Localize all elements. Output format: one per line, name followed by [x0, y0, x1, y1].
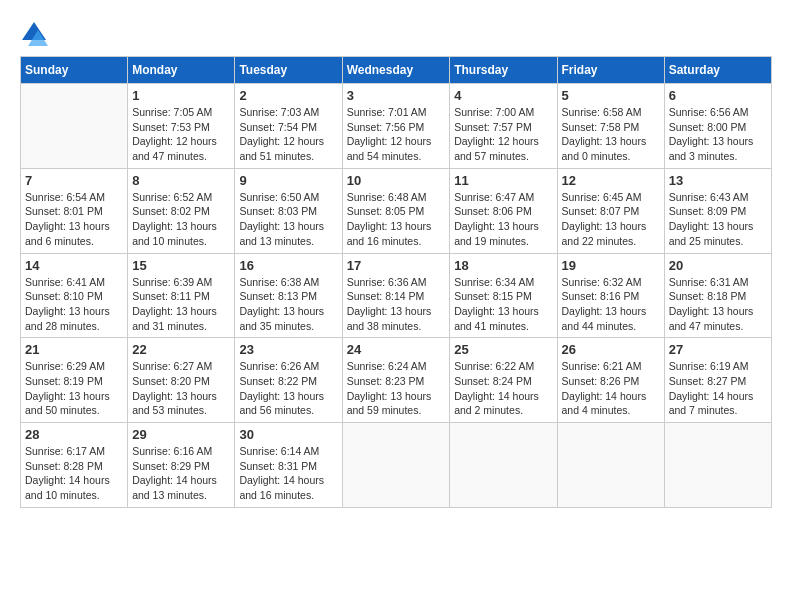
cell-info: Sunrise: 6:48 AM Sunset: 8:05 PM Dayligh… — [347, 190, 446, 249]
calendar-cell: 9Sunrise: 6:50 AM Sunset: 8:03 PM Daylig… — [235, 168, 342, 253]
cell-date: 24 — [347, 342, 446, 357]
cell-info: Sunrise: 6:58 AM Sunset: 7:58 PM Dayligh… — [562, 105, 660, 164]
calendar-cell — [664, 423, 771, 508]
cell-date: 1 — [132, 88, 230, 103]
logo-icon — [20, 20, 48, 48]
cell-date: 10 — [347, 173, 446, 188]
cell-info: Sunrise: 6:34 AM Sunset: 8:15 PM Dayligh… — [454, 275, 552, 334]
cell-info: Sunrise: 6:43 AM Sunset: 8:09 PM Dayligh… — [669, 190, 767, 249]
calendar-table: SundayMondayTuesdayWednesdayThursdayFrid… — [20, 56, 772, 508]
calendar-cell: 23Sunrise: 6:26 AM Sunset: 8:22 PM Dayli… — [235, 338, 342, 423]
cell-info: Sunrise: 6:29 AM Sunset: 8:19 PM Dayligh… — [25, 359, 123, 418]
day-header-sunday: Sunday — [21, 57, 128, 84]
cell-date: 17 — [347, 258, 446, 273]
cell-info: Sunrise: 6:47 AM Sunset: 8:06 PM Dayligh… — [454, 190, 552, 249]
week-row-1: 1Sunrise: 7:05 AM Sunset: 7:53 PM Daylig… — [21, 84, 772, 169]
cell-date: 21 — [25, 342, 123, 357]
cell-date: 14 — [25, 258, 123, 273]
cell-date: 19 — [562, 258, 660, 273]
cell-info: Sunrise: 6:56 AM Sunset: 8:00 PM Dayligh… — [669, 105, 767, 164]
cell-date: 8 — [132, 173, 230, 188]
calendar-cell: 3Sunrise: 7:01 AM Sunset: 7:56 PM Daylig… — [342, 84, 450, 169]
cell-info: Sunrise: 6:39 AM Sunset: 8:11 PM Dayligh… — [132, 275, 230, 334]
cell-info: Sunrise: 6:52 AM Sunset: 8:02 PM Dayligh… — [132, 190, 230, 249]
calendar-cell: 18Sunrise: 6:34 AM Sunset: 8:15 PM Dayli… — [450, 253, 557, 338]
cell-info: Sunrise: 7:01 AM Sunset: 7:56 PM Dayligh… — [347, 105, 446, 164]
cell-info: Sunrise: 6:16 AM Sunset: 8:29 PM Dayligh… — [132, 444, 230, 503]
cell-info: Sunrise: 6:31 AM Sunset: 8:18 PM Dayligh… — [669, 275, 767, 334]
cell-date: 15 — [132, 258, 230, 273]
cell-info: Sunrise: 6:45 AM Sunset: 8:07 PM Dayligh… — [562, 190, 660, 249]
cell-info: Sunrise: 6:26 AM Sunset: 8:22 PM Dayligh… — [239, 359, 337, 418]
week-row-2: 7Sunrise: 6:54 AM Sunset: 8:01 PM Daylig… — [21, 168, 772, 253]
cell-date: 6 — [669, 88, 767, 103]
calendar-cell: 25Sunrise: 6:22 AM Sunset: 8:24 PM Dayli… — [450, 338, 557, 423]
cell-date: 26 — [562, 342, 660, 357]
calendar-cell: 7Sunrise: 6:54 AM Sunset: 8:01 PM Daylig… — [21, 168, 128, 253]
calendar-cell: 2Sunrise: 7:03 AM Sunset: 7:54 PM Daylig… — [235, 84, 342, 169]
calendar-cell: 17Sunrise: 6:36 AM Sunset: 8:14 PM Dayli… — [342, 253, 450, 338]
cell-date: 25 — [454, 342, 552, 357]
calendar-cell: 12Sunrise: 6:45 AM Sunset: 8:07 PM Dayli… — [557, 168, 664, 253]
calendar-cell — [450, 423, 557, 508]
week-row-4: 21Sunrise: 6:29 AM Sunset: 8:19 PM Dayli… — [21, 338, 772, 423]
cell-date: 2 — [239, 88, 337, 103]
calendar-cell: 20Sunrise: 6:31 AM Sunset: 8:18 PM Dayli… — [664, 253, 771, 338]
calendar-cell: 6Sunrise: 6:56 AM Sunset: 8:00 PM Daylig… — [664, 84, 771, 169]
cell-date: 7 — [25, 173, 123, 188]
cell-info: Sunrise: 6:21 AM Sunset: 8:26 PM Dayligh… — [562, 359, 660, 418]
calendar-cell: 11Sunrise: 6:47 AM Sunset: 8:06 PM Dayli… — [450, 168, 557, 253]
calendar-cell: 29Sunrise: 6:16 AM Sunset: 8:29 PM Dayli… — [128, 423, 235, 508]
cell-date: 18 — [454, 258, 552, 273]
cell-info: Sunrise: 6:32 AM Sunset: 8:16 PM Dayligh… — [562, 275, 660, 334]
calendar-cell: 26Sunrise: 6:21 AM Sunset: 8:26 PM Dayli… — [557, 338, 664, 423]
calendar-cell: 1Sunrise: 7:05 AM Sunset: 7:53 PM Daylig… — [128, 84, 235, 169]
cell-date: 5 — [562, 88, 660, 103]
cell-info: Sunrise: 6:36 AM Sunset: 8:14 PM Dayligh… — [347, 275, 446, 334]
cell-info: Sunrise: 6:22 AM Sunset: 8:24 PM Dayligh… — [454, 359, 552, 418]
calendar-cell: 5Sunrise: 6:58 AM Sunset: 7:58 PM Daylig… — [557, 84, 664, 169]
calendar-cell: 8Sunrise: 6:52 AM Sunset: 8:02 PM Daylig… — [128, 168, 235, 253]
cell-info: Sunrise: 6:54 AM Sunset: 8:01 PM Dayligh… — [25, 190, 123, 249]
week-row-5: 28Sunrise: 6:17 AM Sunset: 8:28 PM Dayli… — [21, 423, 772, 508]
calendar-cell: 13Sunrise: 6:43 AM Sunset: 8:09 PM Dayli… — [664, 168, 771, 253]
cell-date: 16 — [239, 258, 337, 273]
day-header-monday: Monday — [128, 57, 235, 84]
day-header-saturday: Saturday — [664, 57, 771, 84]
cell-date: 22 — [132, 342, 230, 357]
day-header-row: SundayMondayTuesdayWednesdayThursdayFrid… — [21, 57, 772, 84]
cell-date: 29 — [132, 427, 230, 442]
calendar-cell: 21Sunrise: 6:29 AM Sunset: 8:19 PM Dayli… — [21, 338, 128, 423]
day-header-tuesday: Tuesday — [235, 57, 342, 84]
cell-date: 11 — [454, 173, 552, 188]
cell-date: 13 — [669, 173, 767, 188]
header — [20, 20, 772, 48]
cell-info: Sunrise: 7:03 AM Sunset: 7:54 PM Dayligh… — [239, 105, 337, 164]
cell-date: 4 — [454, 88, 552, 103]
calendar-cell: 15Sunrise: 6:39 AM Sunset: 8:11 PM Dayli… — [128, 253, 235, 338]
logo — [20, 20, 52, 48]
cell-info: Sunrise: 6:14 AM Sunset: 8:31 PM Dayligh… — [239, 444, 337, 503]
cell-info: Sunrise: 6:19 AM Sunset: 8:27 PM Dayligh… — [669, 359, 767, 418]
day-header-wednesday: Wednesday — [342, 57, 450, 84]
calendar-cell — [21, 84, 128, 169]
calendar-cell: 19Sunrise: 6:32 AM Sunset: 8:16 PM Dayli… — [557, 253, 664, 338]
calendar-cell: 22Sunrise: 6:27 AM Sunset: 8:20 PM Dayli… — [128, 338, 235, 423]
cell-info: Sunrise: 6:17 AM Sunset: 8:28 PM Dayligh… — [25, 444, 123, 503]
week-row-3: 14Sunrise: 6:41 AM Sunset: 8:10 PM Dayli… — [21, 253, 772, 338]
day-header-friday: Friday — [557, 57, 664, 84]
calendar-cell: 30Sunrise: 6:14 AM Sunset: 8:31 PM Dayli… — [235, 423, 342, 508]
calendar-cell: 10Sunrise: 6:48 AM Sunset: 8:05 PM Dayli… — [342, 168, 450, 253]
calendar-cell: 28Sunrise: 6:17 AM Sunset: 8:28 PM Dayli… — [21, 423, 128, 508]
cell-info: Sunrise: 6:24 AM Sunset: 8:23 PM Dayligh… — [347, 359, 446, 418]
cell-date: 9 — [239, 173, 337, 188]
day-header-thursday: Thursday — [450, 57, 557, 84]
cell-info: Sunrise: 7:00 AM Sunset: 7:57 PM Dayligh… — [454, 105, 552, 164]
calendar-cell — [342, 423, 450, 508]
calendar-cell — [557, 423, 664, 508]
calendar-cell: 16Sunrise: 6:38 AM Sunset: 8:13 PM Dayli… — [235, 253, 342, 338]
cell-info: Sunrise: 6:41 AM Sunset: 8:10 PM Dayligh… — [25, 275, 123, 334]
calendar-cell: 24Sunrise: 6:24 AM Sunset: 8:23 PM Dayli… — [342, 338, 450, 423]
cell-date: 20 — [669, 258, 767, 273]
cell-date: 12 — [562, 173, 660, 188]
